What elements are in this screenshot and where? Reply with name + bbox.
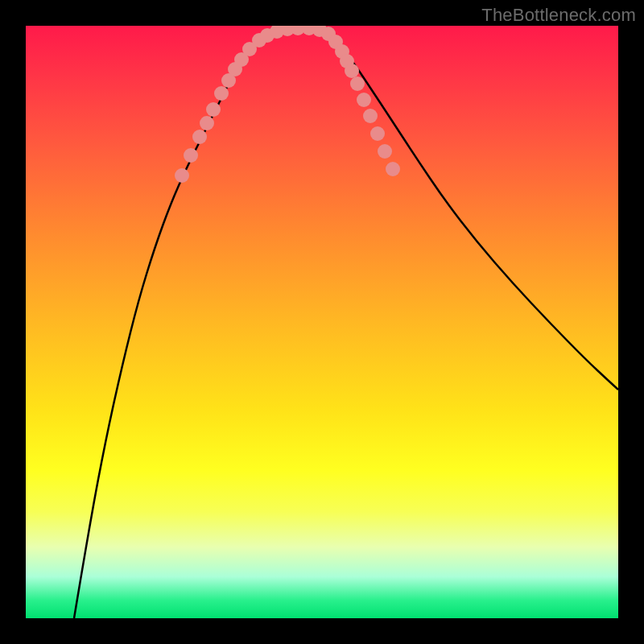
marker-point (345, 64, 359, 78)
marker-point (370, 126, 385, 141)
chart-frame (26, 26, 618, 618)
marker-point (378, 144, 392, 159)
left-curve (74, 28, 291, 618)
marker-point (386, 162, 400, 176)
marker-point (363, 109, 378, 123)
marker-point (200, 116, 214, 130)
marker-point (175, 168, 189, 183)
marker-point (206, 102, 221, 117)
marker-group (175, 26, 400, 183)
marker-point (184, 148, 198, 163)
marker-point (350, 76, 365, 91)
marker-point (214, 86, 229, 101)
watermark-text: TheBottleneck.com (481, 5, 636, 26)
chart-svg (26, 26, 618, 618)
marker-point (192, 130, 207, 144)
marker-point (357, 93, 371, 107)
